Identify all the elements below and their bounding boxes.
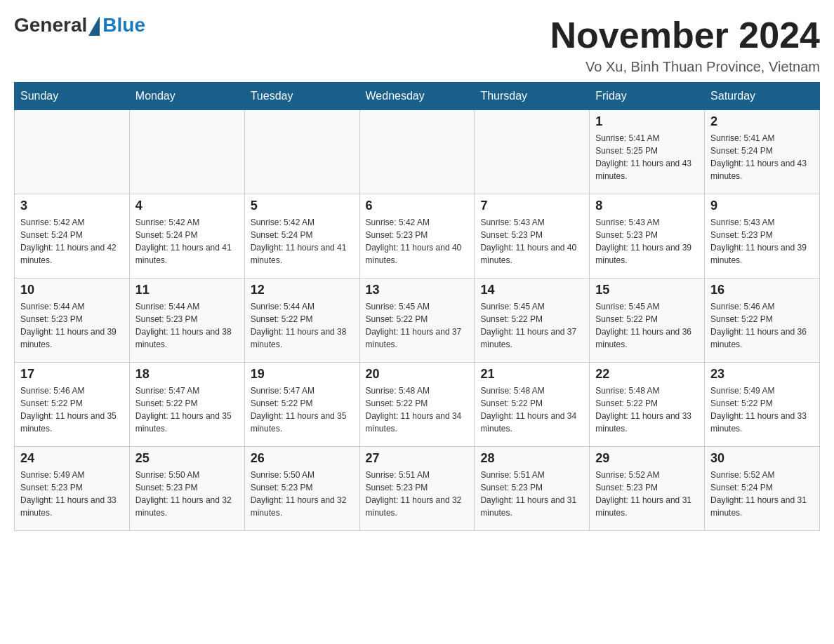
calendar-week-row: 10Sunrise: 5:44 AM Sunset: 5:23 PM Dayli… [15, 279, 820, 363]
day-info: Sunrise: 5:49 AM Sunset: 5:23 PM Dayligh… [20, 469, 124, 519]
calendar-cell: 23Sunrise: 5:49 AM Sunset: 5:22 PM Dayli… [705, 363, 820, 447]
logo-triangle-icon [88, 16, 100, 36]
calendar-cell: 18Sunrise: 5:47 AM Sunset: 5:22 PM Dayli… [129, 363, 244, 447]
day-info: Sunrise: 5:50 AM Sunset: 5:23 PM Dayligh… [135, 469, 239, 519]
day-info: Sunrise: 5:43 AM Sunset: 5:23 PM Dayligh… [710, 216, 814, 267]
calendar-cell: 16Sunrise: 5:46 AM Sunset: 5:22 PM Dayli… [705, 279, 820, 363]
day-number: 6 [366, 199, 469, 213]
day-number: 7 [480, 199, 583, 213]
day-info: Sunrise: 5:45 AM Sunset: 5:22 PM Dayligh… [366, 300, 469, 351]
calendar-header-row: Sunday Monday Tuesday Wednesday Thursday… [15, 83, 820, 110]
calendar-cell: 11Sunrise: 5:44 AM Sunset: 5:23 PM Dayli… [129, 279, 244, 363]
col-thursday: Thursday [475, 83, 590, 110]
day-info: Sunrise: 5:42 AM Sunset: 5:24 PM Dayligh… [135, 216, 239, 267]
calendar-cell: 29Sunrise: 5:52 AM Sunset: 5:23 PM Dayli… [590, 447, 705, 531]
calendar-cell: 3Sunrise: 5:42 AM Sunset: 5:24 PM Daylig… [15, 194, 130, 279]
day-number: 12 [251, 283, 354, 297]
calendar-cell: 21Sunrise: 5:48 AM Sunset: 5:22 PM Dayli… [475, 363, 590, 447]
calendar-week-row: 1Sunrise: 5:41 AM Sunset: 5:25 PM Daylig… [15, 110, 820, 194]
day-info: Sunrise: 5:47 AM Sunset: 5:22 PM Dayligh… [135, 384, 239, 435]
day-number: 18 [135, 367, 239, 382]
col-monday: Monday [129, 83, 244, 110]
day-number: 23 [710, 367, 814, 382]
day-info: Sunrise: 5:44 AM Sunset: 5:23 PM Dayligh… [20, 300, 124, 351]
calendar-cell [15, 110, 130, 194]
logo-general-text: General [14, 14, 87, 36]
calendar-cell: 14Sunrise: 5:45 AM Sunset: 5:22 PM Dayli… [475, 279, 590, 363]
day-number: 11 [135, 283, 239, 297]
day-info: Sunrise: 5:41 AM Sunset: 5:24 PM Dayligh… [710, 132, 814, 182]
calendar-cell: 7Sunrise: 5:43 AM Sunset: 5:23 PM Daylig… [475, 194, 590, 279]
day-number: 30 [710, 451, 814, 466]
calendar-cell: 9Sunrise: 5:43 AM Sunset: 5:23 PM Daylig… [705, 194, 820, 279]
calendar-cell: 28Sunrise: 5:51 AM Sunset: 5:23 PM Dayli… [475, 447, 590, 531]
day-info: Sunrise: 5:48 AM Sunset: 5:22 PM Dayligh… [480, 384, 583, 435]
day-info: Sunrise: 5:44 AM Sunset: 5:23 PM Dayligh… [135, 300, 239, 351]
calendar-cell: 5Sunrise: 5:42 AM Sunset: 5:24 PM Daylig… [244, 194, 359, 279]
day-number: 8 [595, 199, 699, 213]
calendar-cell [475, 110, 590, 194]
day-number: 25 [135, 451, 239, 466]
day-number: 29 [595, 451, 699, 466]
calendar-cell [359, 110, 475, 194]
calendar-cell: 17Sunrise: 5:46 AM Sunset: 5:22 PM Dayli… [15, 363, 130, 447]
calendar-cell: 30Sunrise: 5:52 AM Sunset: 5:24 PM Dayli… [705, 447, 820, 531]
day-number: 4 [135, 199, 239, 213]
day-number: 1 [595, 114, 699, 129]
calendar-cell: 10Sunrise: 5:44 AM Sunset: 5:23 PM Dayli… [15, 279, 130, 363]
day-info: Sunrise: 5:46 AM Sunset: 5:22 PM Dayligh… [710, 300, 814, 351]
day-info: Sunrise: 5:42 AM Sunset: 5:24 PM Dayligh… [20, 216, 124, 267]
day-info: Sunrise: 5:50 AM Sunset: 5:23 PM Dayligh… [251, 469, 354, 519]
day-number: 10 [20, 283, 124, 297]
day-info: Sunrise: 5:45 AM Sunset: 5:22 PM Dayligh… [595, 300, 699, 351]
day-info: Sunrise: 5:48 AM Sunset: 5:22 PM Dayligh… [366, 384, 469, 435]
day-number: 13 [366, 283, 469, 297]
day-info: Sunrise: 5:43 AM Sunset: 5:23 PM Dayligh… [595, 216, 699, 267]
day-number: 26 [251, 451, 354, 466]
day-info: Sunrise: 5:52 AM Sunset: 5:24 PM Dayligh… [710, 469, 814, 519]
calendar-cell: 22Sunrise: 5:48 AM Sunset: 5:22 PM Dayli… [590, 363, 705, 447]
day-number: 19 [251, 367, 354, 382]
page-header: General Blue November 2024 Vo Xu, Binh T… [14, 14, 820, 75]
day-info: Sunrise: 5:42 AM Sunset: 5:23 PM Dayligh… [366, 216, 469, 267]
logo-blue-text: Blue [102, 14, 145, 36]
day-info: Sunrise: 5:44 AM Sunset: 5:22 PM Dayligh… [251, 300, 354, 351]
col-sunday: Sunday [15, 83, 130, 110]
day-number: 20 [366, 367, 469, 382]
day-number: 2 [710, 114, 814, 129]
day-info: Sunrise: 5:49 AM Sunset: 5:22 PM Dayligh… [710, 384, 814, 435]
calendar-cell: 4Sunrise: 5:42 AM Sunset: 5:24 PM Daylig… [129, 194, 244, 279]
calendar-cell: 8Sunrise: 5:43 AM Sunset: 5:23 PM Daylig… [590, 194, 705, 279]
day-number: 28 [480, 451, 583, 466]
calendar-cell: 27Sunrise: 5:51 AM Sunset: 5:23 PM Dayli… [359, 447, 475, 531]
calendar-cell: 26Sunrise: 5:50 AM Sunset: 5:23 PM Dayli… [244, 447, 359, 531]
calendar-week-row: 3Sunrise: 5:42 AM Sunset: 5:24 PM Daylig… [15, 194, 820, 279]
calendar-cell: 6Sunrise: 5:42 AM Sunset: 5:23 PM Daylig… [359, 194, 475, 279]
calendar-cell: 24Sunrise: 5:49 AM Sunset: 5:23 PM Dayli… [15, 447, 130, 531]
title-section: November 2024 Vo Xu, Binh Thuan Province… [550, 14, 820, 75]
day-info: Sunrise: 5:51 AM Sunset: 5:23 PM Dayligh… [366, 469, 469, 519]
calendar-cell: 25Sunrise: 5:50 AM Sunset: 5:23 PM Dayli… [129, 447, 244, 531]
calendar-table: Sunday Monday Tuesday Wednesday Thursday… [14, 82, 820, 531]
calendar-cell: 13Sunrise: 5:45 AM Sunset: 5:22 PM Dayli… [359, 279, 475, 363]
day-info: Sunrise: 5:42 AM Sunset: 5:24 PM Dayligh… [251, 216, 354, 267]
day-number: 5 [251, 199, 354, 213]
day-number: 3 [20, 199, 124, 213]
day-number: 24 [20, 451, 124, 466]
day-info: Sunrise: 5:52 AM Sunset: 5:23 PM Dayligh… [595, 469, 699, 519]
calendar-cell [129, 110, 244, 194]
calendar-cell: 15Sunrise: 5:45 AM Sunset: 5:22 PM Dayli… [590, 279, 705, 363]
calendar-week-row: 24Sunrise: 5:49 AM Sunset: 5:23 PM Dayli… [15, 447, 820, 531]
day-number: 16 [710, 283, 814, 297]
day-info: Sunrise: 5:51 AM Sunset: 5:23 PM Dayligh… [480, 469, 583, 519]
day-info: Sunrise: 5:47 AM Sunset: 5:22 PM Dayligh… [251, 384, 354, 435]
day-number: 27 [366, 451, 469, 466]
calendar-cell: 20Sunrise: 5:48 AM Sunset: 5:22 PM Dayli… [359, 363, 475, 447]
col-friday: Friday [590, 83, 705, 110]
logo: General Blue [14, 14, 145, 36]
day-number: 17 [20, 367, 124, 382]
calendar-cell: 19Sunrise: 5:47 AM Sunset: 5:22 PM Dayli… [244, 363, 359, 447]
month-title: November 2024 [550, 14, 820, 56]
day-info: Sunrise: 5:46 AM Sunset: 5:22 PM Dayligh… [20, 384, 124, 435]
calendar-week-row: 17Sunrise: 5:46 AM Sunset: 5:22 PM Dayli… [15, 363, 820, 447]
